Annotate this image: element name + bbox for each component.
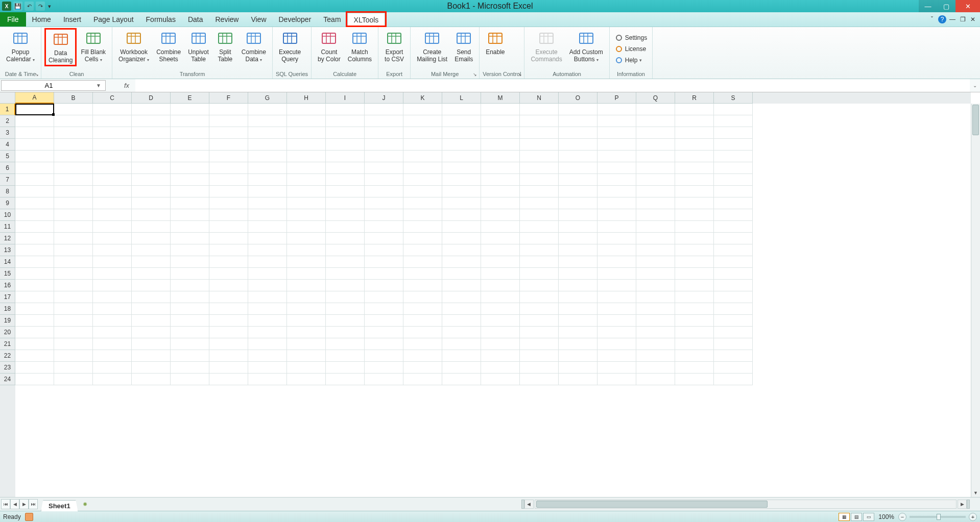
cell[interactable] — [248, 197, 287, 209]
cell[interactable] — [209, 244, 248, 256]
cell[interactable] — [15, 362, 54, 374]
cell[interactable] — [403, 209, 442, 221]
cell[interactable] — [520, 362, 559, 374]
cell[interactable] — [597, 186, 636, 197]
cell[interactable] — [248, 221, 287, 233]
cell[interactable] — [481, 362, 520, 374]
cell[interactable] — [675, 186, 714, 197]
cell[interactable] — [675, 362, 714, 374]
cell[interactable] — [287, 174, 326, 186]
cell[interactable] — [93, 233, 132, 244]
cell[interactable] — [481, 139, 520, 151]
cell[interactable] — [597, 362, 636, 374]
cell[interactable] — [248, 362, 287, 374]
cell[interactable] — [171, 315, 209, 327]
cell[interactable] — [442, 127, 481, 139]
cell[interactable] — [481, 303, 520, 315]
column-header[interactable]: D — [132, 92, 171, 104]
sheet-nav-next-icon[interactable]: ▶ — [19, 499, 29, 509]
cell[interactable] — [636, 127, 675, 139]
tab-data[interactable]: Data — [182, 12, 209, 27]
cell[interactable] — [15, 280, 54, 291]
cell[interactable] — [132, 280, 171, 291]
cell[interactable] — [559, 291, 597, 303]
zoom-level[interactable]: 100% — [875, 513, 897, 520]
cell[interactable] — [559, 186, 597, 197]
cell[interactable] — [559, 209, 597, 221]
cell[interactable] — [15, 197, 54, 209]
cell[interactable] — [481, 256, 520, 268]
cell[interactable] — [132, 233, 171, 244]
cell[interactable] — [209, 291, 248, 303]
cell[interactable] — [559, 104, 597, 115]
cell[interactable] — [520, 233, 559, 244]
cell[interactable] — [209, 233, 248, 244]
cell[interactable] — [675, 327, 714, 338]
cell[interactable] — [636, 291, 675, 303]
column-header[interactable]: O — [559, 92, 597, 104]
scroll-left-arrow-icon[interactable]: ◀ — [524, 500, 534, 509]
cell[interactable] — [675, 221, 714, 233]
cell[interactable] — [93, 327, 132, 338]
cell[interactable] — [403, 139, 442, 151]
cell[interactable] — [209, 268, 248, 280]
horizontal-scroll-thumb[interactable] — [536, 501, 768, 508]
cell[interactable] — [93, 197, 132, 209]
hscroll-splitter-right[interactable] — [967, 500, 970, 509]
cell[interactable] — [132, 151, 171, 162]
cell[interactable] — [93, 362, 132, 374]
cell[interactable] — [93, 151, 132, 162]
cell[interactable] — [132, 303, 171, 315]
cell[interactable] — [675, 209, 714, 221]
cell[interactable] — [15, 315, 54, 327]
cell[interactable] — [442, 268, 481, 280]
cell[interactable] — [132, 221, 171, 233]
settings-button[interactable]: Settings — [613, 33, 649, 43]
help-icon[interactable]: ? — [938, 15, 946, 23]
redo-icon[interactable]: ↷ — [36, 2, 45, 11]
cell[interactable] — [442, 151, 481, 162]
execute-query-button[interactable]: ExecuteQuery — [276, 28, 304, 64]
cell[interactable] — [209, 303, 248, 315]
match-columns-button[interactable]: MatchColumns — [345, 28, 375, 64]
column-header[interactable]: N — [520, 92, 559, 104]
cell[interactable] — [15, 374, 54, 385]
cell[interactable] — [520, 315, 559, 327]
cell[interactable] — [481, 374, 520, 385]
cell[interactable] — [287, 244, 326, 256]
cell[interactable] — [675, 151, 714, 162]
cell[interactable] — [326, 127, 365, 139]
cell[interactable] — [365, 139, 403, 151]
cell[interactable] — [326, 362, 365, 374]
cell[interactable] — [171, 115, 209, 127]
cell[interactable] — [132, 350, 171, 362]
cell[interactable] — [597, 244, 636, 256]
cell[interactable] — [636, 209, 675, 221]
cell[interactable] — [15, 350, 54, 362]
column-header[interactable]: F — [209, 92, 248, 104]
cell[interactable] — [520, 174, 559, 186]
cell[interactable] — [442, 338, 481, 350]
cell[interactable] — [326, 233, 365, 244]
cell[interactable] — [403, 115, 442, 127]
cell[interactable] — [403, 104, 442, 115]
column-header[interactable]: M — [481, 92, 520, 104]
cell[interactable] — [559, 338, 597, 350]
cell[interactable] — [403, 362, 442, 374]
cell[interactable] — [675, 127, 714, 139]
cell[interactable] — [93, 209, 132, 221]
cell[interactable] — [248, 315, 287, 327]
cell[interactable] — [597, 327, 636, 338]
cell[interactable] — [597, 127, 636, 139]
cell[interactable] — [209, 338, 248, 350]
column-header[interactable]: A — [15, 92, 54, 104]
cell[interactable] — [326, 338, 365, 350]
cell[interactable] — [636, 162, 675, 174]
cell[interactable] — [714, 115, 753, 127]
cell[interactable] — [675, 315, 714, 327]
help-button[interactable]: Help ▾ — [613, 55, 644, 65]
cell[interactable] — [403, 291, 442, 303]
cell[interactable] — [675, 291, 714, 303]
cell[interactable] — [326, 104, 365, 115]
cell[interactable] — [326, 209, 365, 221]
